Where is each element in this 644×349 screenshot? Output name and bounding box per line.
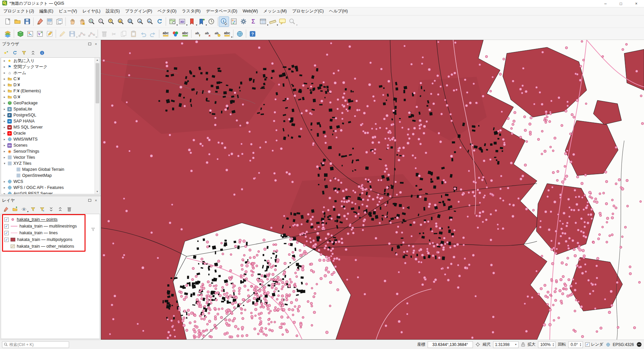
temporal-controller-button[interactable] <box>206 17 216 27</box>
new-print-layout-button[interactable] <box>45 17 54 27</box>
project-open-button[interactable] <box>12 17 22 27</box>
pan-map-button[interactable] <box>67 17 77 27</box>
filter-by-expression-button[interactable]: ε <box>38 205 46 213</box>
browser-item-drive-c[interactable]: ▸C:¥ <box>1 76 95 82</box>
browser-item-openstreetmap[interactable]: OpenStreetMap <box>1 172 95 179</box>
save-layer-edits-button[interactable]: ▾ <box>67 29 77 39</box>
spin-down-icon[interactable]: ▼ <box>552 345 554 347</box>
project-save-button[interactable] <box>22 17 32 27</box>
expand-arrow-icon[interactable]: ▸ <box>2 89 7 93</box>
crs-globe-icon[interactable] <box>606 342 610 347</box>
scroll-down-icon[interactable]: ▼ <box>96 189 99 194</box>
undo-button[interactable] <box>138 29 148 39</box>
new-3d-map-view-button[interactable]: 3D▾ <box>177 17 187 27</box>
expand-arrow-icon[interactable]: ▸ <box>2 101 7 105</box>
cut-features-button[interactable]: ✂ <box>109 29 119 39</box>
browser-item-drive-f[interactable]: ▸F:¥ (Elements) <box>1 88 95 94</box>
scroll-thumb[interactable] <box>96 63 99 103</box>
expand-arrow-icon[interactable]: ▸ <box>2 83 7 87</box>
menu-raster[interactable]: ラスタ(R) <box>179 7 203 15</box>
expand-arrow-icon[interactable]: ▸ <box>2 132 7 135</box>
browser-scrollbar[interactable]: ▲ ▼ <box>95 58 100 194</box>
expand-arrow-icon[interactable]: ▸ <box>2 138 7 141</box>
menu-settings[interactable]: 設定(S) <box>103 7 122 15</box>
expand-arrow-icon[interactable]: ▸ <box>2 186 7 189</box>
layer-labeling-button[interactable]: abc <box>161 29 170 39</box>
close-panel-icon[interactable]: × <box>93 41 99 47</box>
expand-arrow-icon[interactable]: ▸ <box>2 180 7 183</box>
expand-arrow-icon[interactable]: ▸ <box>2 107 7 111</box>
menu-help[interactable]: ヘルプ(H) <box>326 7 351 15</box>
browser-item-sensorthings[interactable]: ▸◉SensorThings <box>1 148 95 154</box>
browser-item-wms-wmts[interactable]: ▸WMS/WMTS <box>1 136 95 142</box>
browser-item-vector-tiles[interactable]: ▸Vector Tiles <box>1 154 95 160</box>
expand-arrow-icon[interactable]: ▸ <box>2 59 7 62</box>
locator-search-box[interactable] <box>2 341 69 348</box>
expand-all-button[interactable] <box>47 205 55 213</box>
zoom-last-button[interactable]: ◂ <box>135 17 145 27</box>
zoom-next-button[interactable]: ▸ <box>145 17 155 27</box>
expand-arrow-icon[interactable]: ▸ <box>2 192 7 194</box>
chevron-down-icon[interactable]: ▾ <box>27 210 29 213</box>
zoom-to-layer-button[interactable]: ▤ <box>125 17 135 27</box>
expand-arrow-icon[interactable]: ▸ <box>2 95 7 99</box>
menu-edit[interactable]: 編集(E) <box>37 7 56 15</box>
menu-web[interactable]: Web(W) <box>240 7 261 15</box>
show-spatial-bookmarks-button[interactable]: ▾ <box>187 17 197 27</box>
undock-panel-icon[interactable] <box>87 41 92 47</box>
browser-item-spatial-bookmarks[interactable]: ▸⚑空間ブックマーク <box>1 64 95 70</box>
data-source-manager-button[interactable] <box>3 29 12 39</box>
browser-item-drive-d[interactable]: ▸D:¥ <box>1 82 95 88</box>
rotation-spinbox[interactable]: 0.0° ▲▼ <box>568 341 583 348</box>
menu-processing[interactable]: プロセシング(C) <box>289 7 326 15</box>
help-contents-button[interactable]: ? <box>248 29 257 39</box>
new-shapefile-layer-button[interactable] <box>25 29 35 39</box>
expand-arrow-icon[interactable]: ▸ <box>2 156 7 159</box>
menu-layer[interactable]: レイヤ(L) <box>80 7 103 15</box>
browser-item-ms-sql-server[interactable]: ▸MMS SQL Server <box>1 124 95 130</box>
undock-panel-icon[interactable] <box>87 198 92 203</box>
processing-toolbox-button[interactable] <box>238 17 248 27</box>
new-virtual-layer-button[interactable]: V+ <box>35 29 45 39</box>
vertex-tool-button[interactable]: ▾ <box>87 29 96 39</box>
metasearch-button[interactable] <box>235 29 245 39</box>
paste-features-button[interactable] <box>128 29 138 39</box>
expand-arrow-icon[interactable]: ▸ <box>2 144 7 147</box>
crs-label[interactable]: EPSG:4326 <box>613 342 634 347</box>
extent-toggle-icon[interactable] <box>475 342 480 347</box>
expand-arrow-icon[interactable]: ▸ <box>2 77 7 81</box>
close-panel-icon[interactable]: × <box>93 198 99 203</box>
chevron-down-icon[interactable]: ▾ <box>231 36 232 39</box>
copy-features-button[interactable] <box>119 29 128 39</box>
browser-item-scenes[interactable]: ▸3DScenes <box>1 142 95 148</box>
locator-search-input[interactable] <box>9 342 67 347</box>
menu-database[interactable]: データベース(D) <box>203 7 240 15</box>
change-label-button[interactable]: abc▾ <box>222 29 232 39</box>
browser-item-arcgis-rest-server[interactable]: ▸ArcGIS REST Server <box>1 191 95 194</box>
zoom-in-button[interactable]: + <box>87 17 96 27</box>
chevron-down-icon[interactable]: ▾ <box>96 36 97 39</box>
zoom-full-button[interactable] <box>106 17 116 27</box>
maximize-icon[interactable]: □ <box>613 0 629 7</box>
layer-item-lines[interactable]: ✓hakata_train — lines <box>1 230 100 236</box>
browser-item-spatialite[interactable]: ▸SSpatiaLite <box>1 106 95 112</box>
menu-view[interactable]: ビュー(V) <box>56 7 80 15</box>
pan-to-selection-button[interactable]: ▣ <box>77 17 87 27</box>
close-icon[interactable]: × <box>629 0 644 7</box>
layer-checkbox[interactable]: ✓ <box>4 231 9 235</box>
zoom-to-selection-button[interactable]: ▣ <box>116 17 125 27</box>
layer-item-multilinestrings[interactable]: ✓hakata_train — multilinestrings <box>1 223 100 230</box>
expand-arrow-icon[interactable]: ▸ <box>2 71 7 74</box>
scale-combo[interactable]: 1:31398 ▾ <box>493 341 519 348</box>
labeling-rules-button[interactable]: abc <box>180 29 190 39</box>
redo-button[interactable] <box>148 29 158 39</box>
layer-item-other-relations[interactable]: hakata_train — other_relations <box>1 243 100 250</box>
style-manager-button[interactable] <box>35 17 45 27</box>
project-new-button[interactable] <box>3 17 12 27</box>
layer-item-points[interactable]: ✓hakata_train — points <box>1 216 100 223</box>
browser-item-oracle[interactable]: ▸OOracle <box>1 130 95 136</box>
search-tool-button[interactable]: ▾ <box>287 17 297 27</box>
browser-item-sap-hana[interactable]: ▸HSAP HANA <box>1 118 95 124</box>
statistics-sum-button[interactable]: Σ <box>248 17 258 27</box>
add-group-button[interactable] <box>11 205 19 213</box>
